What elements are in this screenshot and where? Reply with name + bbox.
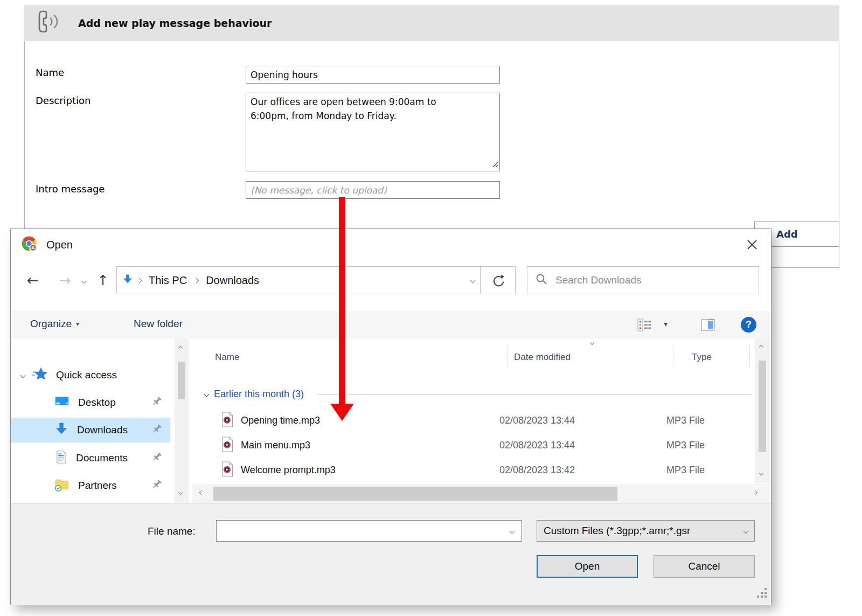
form-title: Add new play message behaviour xyxy=(78,17,272,29)
back-icon[interactable]: ← xyxy=(27,273,39,287)
file-row-main-menu[interactable]: Main menu.mp3 02/08/2023 13:44 MP3 File xyxy=(205,433,751,458)
sidebar-item-downloads[interactable]: Downloads xyxy=(11,418,170,442)
sidebar-scrollbar[interactable] xyxy=(175,339,189,503)
list-horizontal-scrollbar[interactable] xyxy=(192,484,770,503)
address-bar[interactable]: This PC Downloads xyxy=(116,266,481,294)
column-header-type[interactable]: Type xyxy=(692,352,712,363)
scroll-up-icon[interactable] xyxy=(178,346,183,350)
help-button[interactable]: ? xyxy=(741,317,756,333)
sidebar-item-label: Quick access xyxy=(56,369,117,381)
scroll-left-icon[interactable] xyxy=(199,490,204,495)
organize-dropdown-icon: ▾ xyxy=(76,320,79,328)
dialog-main-area: Quick access Desktop xyxy=(11,339,771,503)
group-expander-icon[interactable] xyxy=(204,391,210,397)
forward-icon[interactable]: → xyxy=(59,273,71,287)
breadcrumb-downloads[interactable]: Downloads xyxy=(203,274,262,287)
up-icon[interactable]: ↑ xyxy=(97,273,109,287)
column-divider[interactable] xyxy=(673,344,673,367)
intro-message-input[interactable] xyxy=(246,181,500,199)
intro-message-label: Intro message xyxy=(36,183,105,195)
view-dropdown-icon[interactable]: ▾ xyxy=(664,320,668,328)
sidebar-item-partners[interactable]: Partners xyxy=(11,473,170,498)
mp3-file-icon xyxy=(220,461,234,479)
pin-icon xyxy=(151,423,163,437)
file-row-opening-time[interactable]: Opening time.mp3 02/08/2023 13:44 MP3 Fi… xyxy=(205,408,751,433)
breadcrumb-chevron-icon xyxy=(137,278,142,283)
file-name: Opening time.mp3 xyxy=(241,415,499,426)
file-name-input[interactable] xyxy=(217,525,510,537)
sidebar-item-label: Downloads xyxy=(77,424,128,436)
dialog-toolbar: Organize ▾ New folder ▾ xyxy=(11,311,771,339)
file-type: MP3 File xyxy=(666,465,705,476)
screen: Add new play message behaviour Name Desc… xyxy=(0,0,862,616)
sidebar-item-quick-access[interactable]: Quick access xyxy=(11,363,170,387)
dialog-titlebar: Open xyxy=(11,229,771,260)
close-icon[interactable] xyxy=(743,236,761,254)
quick-access-star-icon xyxy=(32,366,48,384)
mp3-file-icon xyxy=(220,437,234,454)
sidebar-item-label: Desktop xyxy=(78,397,116,409)
description-textarea[interactable]: Our offices are open between 9:00am to 6… xyxy=(246,93,500,171)
file-row-welcome-prompt[interactable]: Welcome prompt.mp3 02/08/2023 13:42 MP3 … xyxy=(205,458,751,482)
scroll-down-icon[interactable] xyxy=(759,471,763,475)
new-folder-button[interactable]: New folder xyxy=(134,318,183,330)
breadcrumb-chevron-icon xyxy=(194,278,199,283)
resize-grip[interactable] xyxy=(757,588,767,598)
scroll-right-icon[interactable] xyxy=(753,490,757,495)
scrollbar-thumb[interactable] xyxy=(759,361,766,452)
downloads-folder-icon xyxy=(122,273,133,287)
sidebar-item-documents[interactable]: Documents xyxy=(11,446,170,470)
sort-indicator-icon xyxy=(590,341,594,345)
file-date: 02/08/2023 13:44 xyxy=(499,415,666,426)
preview-pane-icon[interactable] xyxy=(700,317,715,335)
column-divider[interactable] xyxy=(749,344,750,367)
search-icon xyxy=(535,273,548,288)
pin-icon xyxy=(151,479,163,493)
scrollbar-thumb[interactable] xyxy=(178,362,185,399)
sidebar-item-label: Documents xyxy=(76,452,128,464)
sidebar-item-desktop[interactable]: Desktop xyxy=(11,390,170,415)
file-name: Welcome prompt.mp3 xyxy=(241,465,499,476)
file-date: 02/08/2023 13:42 xyxy=(499,465,666,476)
tree-expander-icon[interactable] xyxy=(20,372,26,378)
search-box[interactable] xyxy=(527,266,759,294)
file-type-filter-dropdown[interactable]: Custom Files (*.3gpp;*.amr;*.gsr xyxy=(537,520,755,542)
description-label: Description xyxy=(36,95,91,106)
name-input[interactable] xyxy=(246,66,500,84)
group-header-row[interactable]: Earlier this month (3) xyxy=(205,385,751,403)
refresh-button[interactable] xyxy=(480,266,516,294)
scroll-down-icon[interactable] xyxy=(178,490,183,495)
dialog-navigation-row: ← → ↑ This PC Downloads xyxy=(11,260,771,300)
file-type: MP3 File xyxy=(666,415,705,426)
group-divider-line xyxy=(317,394,751,394)
file-name-combo[interactable] xyxy=(216,520,522,542)
download-arrow-icon xyxy=(54,422,68,438)
filter-value: Custom Files (*.3gpp;*.amr;*.gsr xyxy=(544,525,744,537)
search-input[interactable] xyxy=(554,274,751,287)
cancel-button[interactable]: Cancel xyxy=(654,555,755,578)
open-button[interactable]: Open xyxy=(537,555,638,578)
organize-label: Organize xyxy=(30,318,72,330)
column-header-name[interactable]: Name xyxy=(215,352,239,363)
list-vertical-scrollbar[interactable] xyxy=(755,339,770,483)
desktop-icon xyxy=(54,394,69,411)
combo-dropdown-icon[interactable] xyxy=(510,528,515,534)
name-label: Name xyxy=(36,67,64,78)
scroll-up-icon[interactable] xyxy=(759,345,763,349)
open-file-dialog: Open ← → ↑ This PC xyxy=(10,229,771,605)
organize-button[interactable]: Organize ▾ xyxy=(30,318,79,330)
description-field-wrap: Our offices are open between 9:00am to 6… xyxy=(246,93,500,171)
address-dropdown-icon[interactable] xyxy=(470,278,476,283)
document-icon xyxy=(54,449,67,467)
textarea-resize-handle[interactable] xyxy=(492,160,498,170)
pin-icon xyxy=(151,451,163,465)
form-header: Add new play message behaviour xyxy=(24,5,839,41)
breadcrumb-this-pc[interactable]: This PC xyxy=(145,274,190,287)
column-header-date-modified[interactable]: Date modified xyxy=(514,352,571,363)
column-divider[interactable] xyxy=(507,344,508,367)
history-dropdown-icon[interactable] xyxy=(82,279,86,283)
details-view-icon[interactable] xyxy=(637,317,652,335)
file-type: MP3 File xyxy=(666,440,705,451)
scrollbar-thumb[interactable] xyxy=(213,487,617,501)
file-date: 02/08/2023 13:44 xyxy=(499,440,666,451)
